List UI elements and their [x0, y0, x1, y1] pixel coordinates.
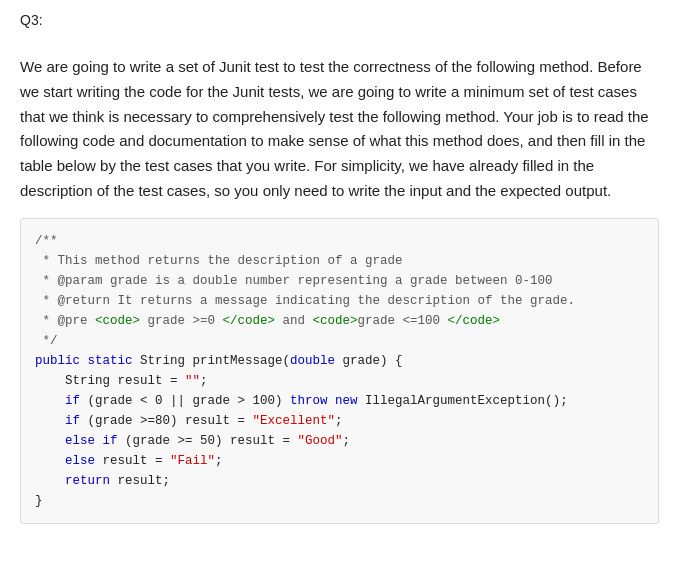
question-label: Q3: — [20, 12, 659, 28]
code-block: /** * This method returns the descriptio… — [20, 218, 659, 524]
question-body: We are going to write a set of Junit tes… — [20, 55, 659, 204]
